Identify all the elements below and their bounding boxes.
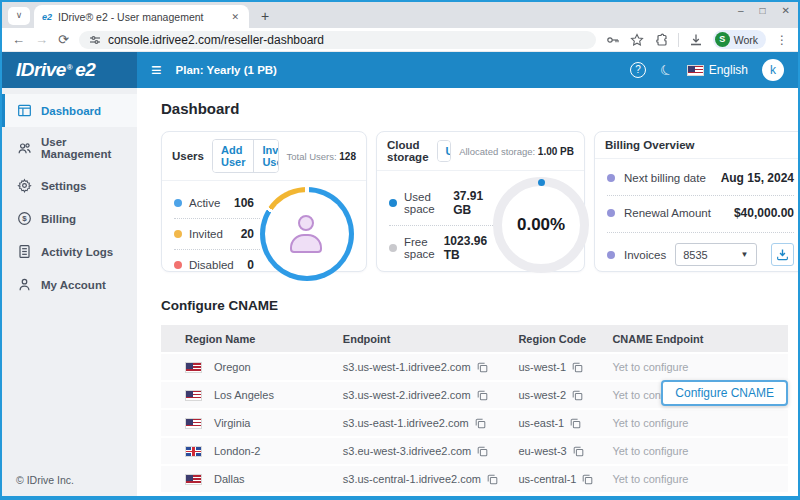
hamburger-menu-icon[interactable]: ≡	[151, 61, 162, 79]
browser-menu-icon[interactable]: ⋮	[776, 33, 788, 47]
sidebar-item-my-account[interactable]: My Account	[2, 268, 137, 301]
sidebar-item-label: My Account	[41, 279, 106, 291]
extensions-puzzle-icon[interactable]	[654, 33, 668, 47]
bookmark-star-icon[interactable]	[630, 33, 644, 47]
invoices-label: Invoices	[624, 249, 666, 261]
sidebar-item-billing[interactable]: $Billing	[2, 202, 137, 235]
language-label: English	[709, 63, 748, 77]
invite-users-button[interactable]: Invite Users	[253, 140, 278, 172]
legend-dot	[174, 230, 182, 238]
billing-label: Next billing date	[624, 172, 706, 184]
settings-gear-icon	[17, 178, 32, 193]
invoice-dropdown[interactable]: 8535 ▼	[675, 243, 756, 266]
allocated-storage-label: Allocated storage:	[459, 146, 535, 157]
used-percent: 0.00%	[517, 215, 565, 235]
flag-uk-icon	[185, 446, 202, 457]
billing-value: $40,000.00	[734, 206, 794, 220]
window-maximize-button[interactable]: □	[760, 5, 766, 16]
sidebar-item-settings[interactable]: Settings	[2, 169, 137, 202]
copy-icon[interactable]	[477, 446, 488, 457]
flag-us-icon	[185, 418, 202, 429]
url-text: console.idrivee2.com/reseller-dashboard	[108, 33, 324, 47]
legend-label: Invited	[189, 228, 223, 240]
legend-row: Free space1023.96 TB	[389, 225, 493, 270]
copy-icon[interactable]	[477, 362, 488, 373]
used-space-marker	[538, 179, 545, 186]
region-code: us-west-2	[518, 389, 566, 401]
users-donut-chart	[260, 187, 354, 281]
column-header: Region Name	[161, 333, 343, 345]
billing-value: Aug 15, 2024	[721, 171, 794, 185]
downloads-icon[interactable]	[689, 33, 703, 47]
tab-close-icon[interactable]: ✕	[229, 10, 241, 24]
plan-label: Plan: Yearly (1 PB)	[176, 64, 277, 76]
tab-strip: ∨ e2 IDrive® e2 - User management ✕ + – …	[2, 2, 798, 28]
region-code: eu-west-3	[518, 445, 566, 457]
copy-icon[interactable]	[487, 474, 498, 485]
copy-icon[interactable]	[572, 390, 583, 401]
table-row: Oregons3.us-west-1.idrivee2.comus-west-1…	[161, 354, 788, 380]
idrive-e2-logo[interactable]: IDrive®e2	[2, 52, 137, 88]
legend-dot	[174, 261, 182, 269]
legend-label: Free space	[404, 236, 435, 260]
back-icon[interactable]: ←	[12, 32, 25, 47]
invoice-download-button[interactable]	[771, 243, 794, 266]
reload-icon[interactable]: ⟳	[58, 32, 69, 47]
column-header: Region Code	[518, 333, 612, 345]
sidebar-item-user-management[interactable]: User Management	[2, 127, 137, 169]
copy-icon[interactable]	[573, 446, 584, 457]
legend-label: Used space	[404, 191, 444, 215]
account-avatar[interactable]: k	[762, 59, 784, 81]
browser-window: ∨ e2 IDrive® e2 - User management ✕ + – …	[0, 0, 800, 500]
region-code: us-central-1	[518, 473, 576, 485]
legend-row: Disabled0	[174, 249, 260, 280]
browser-tab[interactable]: e2 IDrive® e2 - User management ✕	[34, 5, 249, 28]
configure-cname-button[interactable]: Configure CNAME	[661, 380, 788, 406]
flag-us-icon	[185, 474, 202, 485]
legend-value: 0	[247, 258, 254, 272]
forward-icon[interactable]: →	[35, 32, 48, 47]
billing-label: Renewal Amount	[624, 207, 711, 219]
site-info-icon[interactable]	[89, 34, 101, 46]
logo-text: IDrive	[16, 59, 66, 81]
copy-icon[interactable]	[582, 474, 593, 485]
legend-dot	[389, 199, 397, 207]
legend-value: 1023.96 TB	[444, 234, 487, 262]
region-code: us-east-1	[518, 417, 564, 429]
cname-table: Region NameEndpointRegion CodeCNAME Endp…	[161, 325, 788, 492]
region-name: Virginia	[214, 417, 251, 429]
legend-row: Used space37.91 GB	[389, 181, 493, 225]
help-icon[interactable]: ?	[630, 62, 646, 78]
region-name: Dallas	[214, 473, 245, 485]
sidebar-item-dashboard[interactable]: Dashboard	[2, 94, 137, 127]
dark-mode-moon-icon[interactable]: ☾	[657, 60, 675, 80]
site-favicon: e2	[42, 12, 52, 22]
flag-us-icon	[687, 65, 704, 76]
copy-icon[interactable]	[477, 390, 488, 401]
table-row: Virginias3.us-east-1.idrivee2.comus-east…	[161, 410, 788, 436]
copy-icon[interactable]	[475, 418, 486, 429]
sidebar-item-activity-logs[interactable]: Activity Logs	[2, 235, 137, 268]
activity-logs-icon	[17, 244, 32, 259]
new-tab-button[interactable]: +	[253, 8, 277, 24]
svg-text:$: $	[22, 214, 27, 223]
cname-status: Yet to configure	[612, 473, 788, 485]
password-key-icon[interactable]	[606, 33, 620, 47]
tab-search-button[interactable]: ∨	[8, 7, 30, 25]
browser-profile-button[interactable]: S Work	[713, 30, 766, 49]
copy-icon[interactable]	[570, 418, 581, 429]
language-selector[interactable]: English	[687, 63, 748, 77]
total-users-value: 128	[339, 151, 356, 162]
storage-card-title: Cloud storage	[387, 139, 429, 163]
sidebar-item-label: Billing	[41, 213, 76, 225]
storage-donut-chart: 0.00%	[493, 177, 589, 273]
add-user-button[interactable]: Add User	[213, 140, 253, 172]
window-minimize-button[interactable]: –	[738, 5, 744, 16]
my-account-icon	[17, 277, 32, 292]
copy-icon[interactable]	[572, 362, 583, 373]
region-code: us-west-1	[518, 361, 566, 373]
upgrade-button[interactable]: Upgrade	[438, 141, 452, 161]
sidebar-item-label: User Management	[41, 136, 137, 160]
address-bar[interactable]: console.idrivee2.com/reseller-dashboard	[79, 31, 596, 49]
window-close-button[interactable]: ✕	[782, 5, 790, 16]
